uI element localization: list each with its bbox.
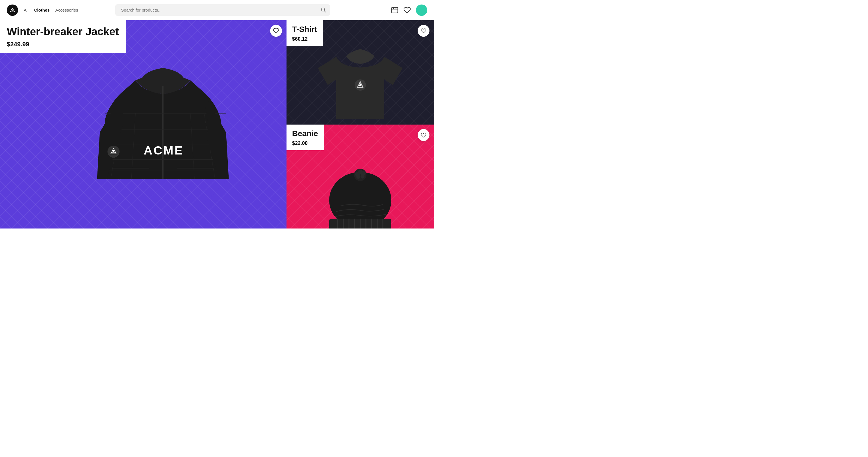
- beanie-info: Beanie $22.00: [286, 125, 324, 150]
- svg-text:ACME: ACME: [144, 143, 183, 157]
- beanie-image: [321, 164, 400, 228]
- beanie-price: $22.00: [292, 140, 318, 146]
- svg-line-1: [324, 11, 326, 12]
- svg-point-33: [356, 175, 360, 179]
- nav-accessories[interactable]: Accessories: [55, 8, 78, 12]
- tshirt-image: [312, 40, 408, 125]
- tshirt-title: T-Shirt: [292, 25, 317, 34]
- product-jacket-card[interactable]: Winter-breaker Jacket $249.99: [0, 20, 286, 228]
- search-input[interactable]: [115, 4, 330, 16]
- jacket-wishlist-button[interactable]: [270, 25, 282, 37]
- tshirt-price: $60.12: [292, 36, 317, 42]
- nav-links: All Clothes Accessories: [24, 8, 78, 12]
- tshirt-wishlist-button[interactable]: [417, 25, 430, 37]
- tshirt-info: T-Shirt $60.12: [286, 20, 323, 46]
- product-tshirt-card[interactable]: T-Shirt $60.12: [286, 20, 434, 125]
- avatar[interactable]: [416, 4, 427, 16]
- navbar: All Clothes Accessories: [0, 0, 434, 20]
- nav-clothes[interactable]: Clothes: [34, 8, 50, 12]
- nav-all[interactable]: All: [24, 8, 29, 12]
- jacket-title: Winter-breaker Jacket: [7, 26, 119, 38]
- products-right: T-Shirt $60.12: [286, 20, 434, 228]
- search-button[interactable]: [320, 7, 326, 13]
- main-content: Winter-breaker Jacket $249.99: [0, 20, 434, 228]
- svg-point-32: [358, 170, 363, 174]
- product-beanie-card[interactable]: Beanie $22.00: [286, 125, 434, 229]
- jacket-image: ACME: [81, 36, 245, 228]
- jacket-info: Winter-breaker Jacket $249.99: [0, 20, 126, 53]
- beanie-wishlist-button[interactable]: [417, 129, 430, 141]
- svg-point-34: [361, 174, 365, 178]
- cart-button[interactable]: [391, 6, 398, 14]
- search-bar: [115, 4, 330, 16]
- nav-actions: [391, 4, 427, 16]
- wishlist-button[interactable]: [403, 6, 411, 14]
- jacket-price: $249.99: [7, 41, 119, 48]
- logo[interactable]: [7, 4, 18, 16]
- beanie-title: Beanie: [292, 129, 318, 138]
